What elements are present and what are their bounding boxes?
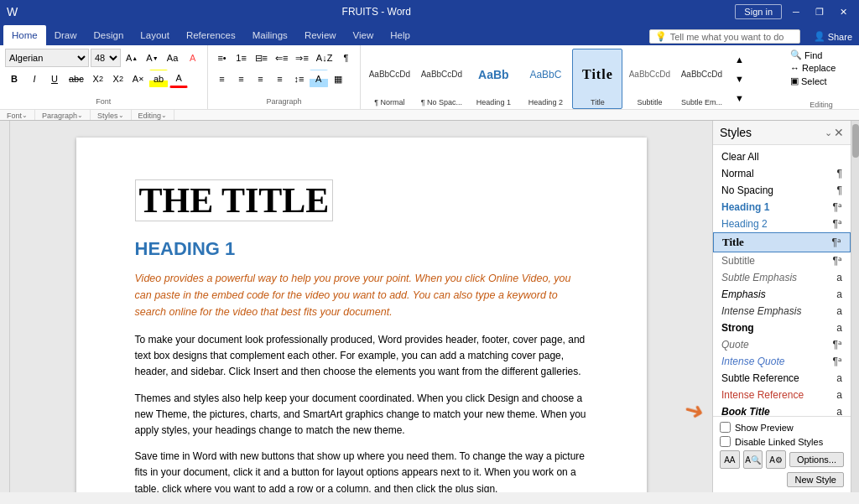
style-subtle-em[interactable]: AaBbCcDd Subtle Em...: [676, 49, 726, 109]
superscript-button[interactable]: X2: [109, 70, 128, 88]
style-item-quote[interactable]: Quote ¶ᵃ: [713, 336, 851, 353]
close-button[interactable]: ✕: [834, 3, 852, 21]
justify-button[interactable]: ≡: [271, 70, 289, 88]
signin-button[interactable]: Sign in: [735, 4, 782, 19]
styles-scroll-up[interactable]: ▲: [730, 50, 748, 69]
style-item-book-title[interactable]: Book Title a: [713, 403, 851, 416]
doc-title[interactable]: THE TITLE: [135, 179, 334, 221]
manage-styles-button[interactable]: A⚙: [766, 450, 786, 469]
numbering-button[interactable]: 1≡: [232, 49, 251, 67]
tab-view[interactable]: View: [345, 25, 383, 45]
tab-layout[interactable]: Layout: [132, 25, 178, 45]
font-color-button[interactable]: A: [169, 70, 188, 88]
style-item-strong[interactable]: Strong a: [713, 320, 851, 336]
style-subtitle[interactable]: AaBbCcDd Subtitle: [624, 49, 674, 109]
subscript-button[interactable]: X2: [89, 70, 107, 88]
style-heading1[interactable]: AaBb Heading 1: [468, 49, 518, 109]
editing-group-bottom-label[interactable]: Editing ⌄: [132, 110, 175, 121]
share-button[interactable]: 👤 Share: [807, 29, 859, 44]
clear-format-button[interactable]: A✕: [129, 70, 148, 88]
doc-para2[interactable]: Themes and styles also help keep your do…: [135, 391, 588, 439]
replace-item[interactable]: ↔ Replace: [787, 62, 856, 74]
underline-button[interactable]: U: [45, 70, 64, 88]
find-icon: 🔍: [790, 49, 802, 60]
style-item-subtle-ref[interactable]: Subtle Reference a: [713, 370, 851, 387]
doc-heading1[interactable]: HEADING 1: [135, 238, 588, 260]
disable-linked-checkbox[interactable]: [720, 436, 731, 447]
multilevel-button[interactable]: ⊟≡: [252, 49, 271, 67]
text-effects-button[interactable]: A: [184, 49, 202, 67]
style-item-heading1[interactable]: Heading 1 ¶ᵃ: [713, 199, 851, 216]
panel-minimize-button[interactable]: ⌄: [825, 127, 832, 138]
font-group-bottom-label[interactable]: Font ⌄: [0, 110, 35, 121]
style-heading2[interactable]: AaBbC Heading 2: [520, 49, 570, 109]
style-inspector-icon: A🔍: [745, 455, 761, 465]
style-title[interactable]: Title Title: [572, 49, 622, 109]
tab-home[interactable]: Home: [3, 25, 46, 45]
change-case-button[interactable]: Aa: [164, 49, 182, 67]
style-inspector-button[interactable]: A🔍: [743, 450, 763, 469]
font-size-select[interactable]: 48: [91, 49, 121, 67]
ribbon-search-box[interactable]: 💡 Tell me what you want to do: [649, 29, 800, 44]
borders-button[interactable]: ▦: [329, 70, 347, 88]
grow-font-button[interactable]: A▲: [122, 49, 141, 67]
style-normal[interactable]: AaBbCcDd ¶ Normal: [364, 49, 414, 109]
increase-indent-button[interactable]: ⇒≡: [292, 49, 311, 67]
sort-button[interactable]: A↓Z: [313, 49, 336, 67]
line-spacing-button[interactable]: ↕≡: [290, 70, 309, 88]
options-button[interactable]: Options...: [789, 452, 844, 467]
tab-references[interactable]: References: [178, 25, 244, 45]
styles-group-bottom-label[interactable]: Styles ⌄: [91, 110, 132, 121]
style-item-intense-em[interactable]: Intense Emphasis a: [713, 303, 851, 320]
tab-mailings[interactable]: Mailings: [244, 25, 296, 45]
style-item-subtle-em[interactable]: Subtle Emphasis a: [713, 269, 851, 286]
vertical-scrollbar[interactable]: [851, 121, 859, 492]
panel-close-button[interactable]: ✕: [834, 126, 844, 139]
style-item-heading2[interactable]: Heading 2 ¶ᵃ: [713, 216, 851, 232]
new-style-aa-button[interactable]: AA: [720, 450, 740, 469]
main-area: THE TITLE HEADING 1 Video provides a pow…: [0, 121, 859, 492]
tab-help[interactable]: Help: [382, 25, 419, 45]
minimize-button[interactable]: ─: [787, 3, 805, 21]
align-right-button[interactable]: ≡: [252, 70, 270, 88]
style-item-intense-quote[interactable]: Intense Quote ¶ᵃ: [713, 353, 851, 370]
font-name-select[interactable]: Algerian: [5, 49, 89, 67]
tab-draw[interactable]: Draw: [46, 25, 86, 45]
style-item-intense-ref[interactable]: Intense Reference a: [713, 387, 851, 403]
align-center-button[interactable]: ≡: [232, 70, 251, 88]
shading-button[interactable]: A: [310, 70, 328, 88]
show-marks-button[interactable]: ¶: [336, 49, 355, 67]
highlight-button[interactable]: ab: [149, 70, 168, 88]
style-item-emphasis[interactable]: Emphasis a: [713, 286, 851, 303]
document-area[interactable]: THE TITLE HEADING 1 Video provides a pow…: [10, 121, 712, 492]
strikethrough-button[interactable]: abc: [65, 70, 87, 88]
style-item-subtitle[interactable]: Subtitle ¶ᵃ: [713, 252, 851, 269]
decrease-indent-button[interactable]: ⇐≡: [272, 49, 291, 67]
style-item-clear-all[interactable]: Clear All: [713, 148, 851, 165]
align-left-button[interactable]: ≡: [213, 70, 232, 88]
doc-para1[interactable]: To make your document look professionall…: [135, 332, 588, 381]
doc-quote[interactable]: Video provides a powerful way to help yo…: [135, 270, 588, 320]
left-ruler: [0, 121, 10, 492]
bullets-button[interactable]: ≡•: [213, 49, 232, 67]
tab-review[interactable]: Review: [296, 25, 345, 45]
italic-button[interactable]: I: [25, 70, 44, 88]
style-no-spacing[interactable]: AaBbCcDd ¶ No Spac...: [416, 49, 466, 109]
style-item-title[interactable]: Title ¶ᵃ: [713, 232, 851, 252]
scrollbar-thumb[interactable]: [852, 124, 859, 158]
select-item[interactable]: ▣ Select: [787, 75, 856, 87]
find-item[interactable]: 🔍 Find: [787, 49, 856, 61]
style-title-preview: Title: [575, 51, 620, 98]
styles-scroll-down[interactable]: ▼: [730, 70, 748, 88]
new-style-button[interactable]: New Style: [787, 472, 844, 487]
style-item-normal[interactable]: Normal ¶: [713, 165, 851, 182]
paragraph-group-bottom-label[interactable]: Paragraph ⌄: [35, 110, 91, 121]
restore-button[interactable]: ❐: [810, 3, 829, 21]
tab-design[interactable]: Design: [86, 25, 133, 45]
style-item-no-spacing[interactable]: No Spacing ¶: [713, 182, 851, 199]
shrink-font-button[interactable]: A▼: [143, 49, 161, 67]
show-preview-checkbox[interactable]: [720, 422, 731, 433]
bold-button[interactable]: B: [5, 70, 23, 88]
styles-more[interactable]: ▼: [730, 89, 748, 107]
doc-para3[interactable]: Save time in Word with new buttons that …: [135, 449, 588, 492]
